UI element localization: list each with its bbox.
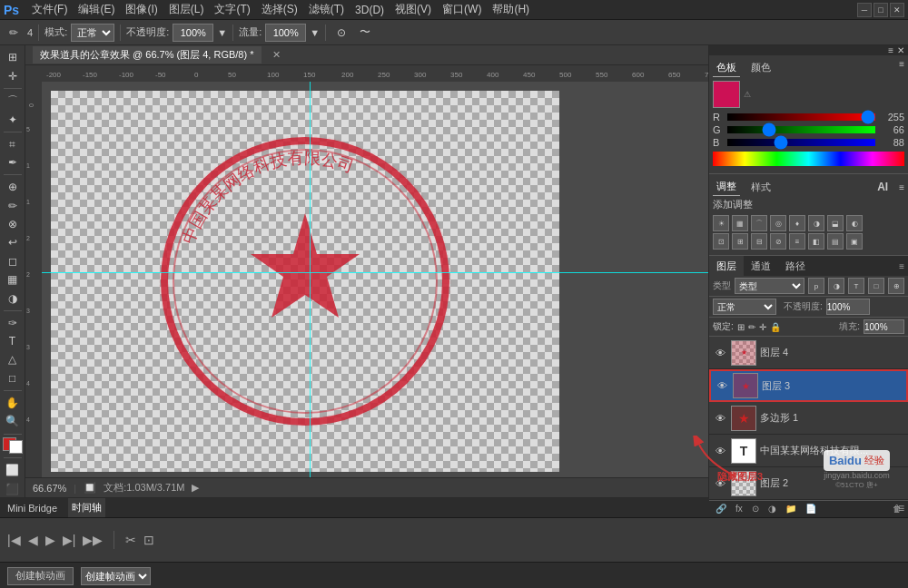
menu-edit[interactable]: 编辑(E) [73, 2, 120, 17]
mode-select[interactable]: 正常 [71, 24, 114, 42]
menu-select[interactable]: 选择(S) [256, 2, 303, 17]
maximize-button[interactable]: □ [873, 3, 888, 17]
brush-tool-icon[interactable]: ✏ [4, 23, 24, 43]
brush-tool[interactable]: ✏ [3, 198, 23, 214]
layer-item-text[interactable]: 👁 T 中国某某网络科技有限... [709, 435, 908, 467]
levels-icon[interactable]: ▦ [732, 215, 748, 231]
menu-file[interactable]: 文件(F) [26, 2, 73, 17]
airbrush-icon[interactable]: ⊙ [331, 23, 351, 43]
filter-adj-icon[interactable]: ◑ [828, 278, 844, 294]
layer-2-visibility[interactable]: 👁 [713, 476, 727, 491]
brightness-icon[interactable]: ☀ [713, 215, 729, 231]
link-layers-btn[interactable]: 🔗 [713, 503, 729, 514]
layer-4-visibility[interactable]: 👁 [713, 346, 727, 360]
invert-icon[interactable]: ⊘ [770, 233, 786, 250]
new-group-btn[interactable]: 📁 [783, 503, 799, 514]
bottom-panel-close[interactable]: ≡ [898, 502, 904, 514]
lock-all-icon[interactable]: 🔒 [770, 322, 781, 332]
color-spectrum[interactable] [713, 152, 904, 166]
background-color[interactable] [9, 440, 23, 454]
play-icon[interactable]: ▶ [192, 482, 199, 494]
move-tool[interactable]: ✛ [3, 67, 23, 83]
text-layer-visibility[interactable]: 👁 [713, 444, 727, 458]
red-slider[interactable] [727, 113, 875, 121]
curves-icon[interactable]: ⌒ [751, 215, 767, 231]
text-tool[interactable]: T [3, 333, 23, 349]
eraser-tool[interactable]: ◻ [3, 253, 23, 270]
trim-icon[interactable]: ✂ [125, 533, 136, 547]
green-slider[interactable] [727, 126, 875, 133]
vibrance-icon[interactable]: ♦ [789, 215, 805, 231]
add-adjustment-btn[interactable]: ◑ [765, 503, 779, 514]
add-mask-btn[interactable]: ⊙ [749, 503, 762, 514]
lock-transparent-icon[interactable]: ⊞ [737, 322, 745, 332]
color-lookup-icon[interactable]: ⊟ [751, 233, 767, 250]
hand-tool[interactable]: ✋ [3, 395, 23, 411]
adj-panel-menu[interactable]: ≡ [899, 182, 904, 192]
posterize-icon[interactable]: ≡ [789, 233, 805, 250]
filter-shape-icon[interactable]: □ [868, 278, 884, 294]
tab-timeline[interactable]: 时间轴 [68, 498, 105, 517]
filter-px-icon[interactable]: p [808, 278, 824, 294]
photo-filter-icon[interactable]: ⊡ [713, 233, 729, 250]
tab-adjustments[interactable]: 调整 [713, 178, 740, 196]
fill-input[interactable] [864, 319, 904, 334]
gradient-tool[interactable]: ▦ [3, 271, 23, 288]
lock-position-icon[interactable]: ✛ [759, 322, 766, 332]
tab-swatches[interactable]: 颜色 [747, 59, 775, 77]
menu-3d[interactable]: 3D(D) [350, 4, 390, 16]
create-animation-button[interactable]: 创建帧动画 [7, 567, 74, 585]
selective-color-icon[interactable]: ▣ [846, 233, 863, 250]
menu-layer[interactable]: 图层(L) [163, 2, 210, 17]
quick-mask-icon[interactable]: ⬜ [3, 462, 23, 478]
threshold-icon[interactable]: ◧ [808, 233, 824, 250]
layer-item-3[interactable]: 👁 ★ 图层 3 [709, 369, 908, 402]
color-swatch-main[interactable] [713, 81, 740, 108]
tab-styles[interactable]: 样式 [747, 179, 775, 196]
hue-sat-icon[interactable]: ◑ [808, 215, 824, 231]
tab-mini-bridge[interactable]: Mini Bridge [4, 498, 61, 517]
filter-type-icon[interactable]: T [848, 278, 864, 294]
lock-paint-icon[interactable]: ✏ [748, 322, 755, 332]
canvas-tab-title[interactable]: 效果道具的公章效果 @ 66.7% (图层 4, RGB/8) * [33, 46, 262, 64]
minimize-button[interactable]: ─ [857, 3, 872, 17]
play-button[interactable]: ▶ [45, 533, 55, 547]
layer-3-visibility[interactable]: 👁 [715, 378, 729, 393]
opacity-value-input[interactable] [826, 299, 870, 315]
menu-view[interactable]: 视图(V) [390, 2, 437, 17]
polygon-visibility[interactable]: 👁 [713, 411, 727, 426]
magic-wand-tool[interactable]: ✦ [3, 112, 23, 128]
dodge-tool[interactable]: ◑ [3, 289, 23, 306]
layer-filter-select[interactable]: 类型 [735, 278, 804, 294]
add-style-btn[interactable]: fx [733, 503, 745, 514]
prev-frame-icon[interactable]: ◀ [28, 533, 38, 547]
pen-tool[interactable]: ✑ [3, 315, 23, 331]
tab-channels[interactable]: 通道 [744, 256, 778, 276]
shape-tool[interactable]: □ [3, 370, 23, 387]
channel-mixer-icon[interactable]: ⊞ [732, 233, 748, 250]
clone-tool[interactable]: ⊗ [3, 216, 23, 232]
timeline-settings-icon[interactable]: ⊡ [143, 533, 154, 547]
screen-mode-icon[interactable]: ⬛ [3, 481, 23, 497]
zoom-tool[interactable]: 🔍 [3, 413, 23, 429]
tab-paths[interactable]: 路径 [778, 256, 813, 276]
tab-layers[interactable]: 图层 [709, 256, 744, 276]
blue-slider[interactable] [727, 139, 875, 146]
add-adjustment-label[interactable]: 添加调整 [713, 198, 904, 211]
color-balance-icon[interactable]: ⬓ [827, 215, 844, 231]
smoothing-icon[interactable]: 〜 [355, 23, 375, 43]
crop-tool[interactable]: ⌗ [3, 136, 23, 152]
panel-options-icon[interactable]: ≡ [888, 45, 893, 55]
menu-help[interactable]: 帮助(H) [487, 2, 535, 17]
animation-type-select[interactable]: 创建帧动画 [81, 567, 151, 585]
close-tab-icon[interactable]: ✕ [272, 49, 281, 61]
eyedropper-tool[interactable]: ✒ [3, 154, 23, 171]
ai-label[interactable]: AI [877, 181, 888, 193]
healing-tool[interactable]: ⊕ [3, 179, 23, 195]
exposure-icon[interactable]: ◎ [770, 215, 786, 231]
marquee-tool[interactable]: ⊞ [3, 49, 23, 65]
new-layer-btn[interactable]: 📄 [803, 503, 819, 514]
layer-item-2[interactable]: 👁 图层 2 [709, 467, 908, 500]
flow-input[interactable] [265, 24, 306, 42]
tab-color[interactable]: 色板 [713, 59, 740, 77]
